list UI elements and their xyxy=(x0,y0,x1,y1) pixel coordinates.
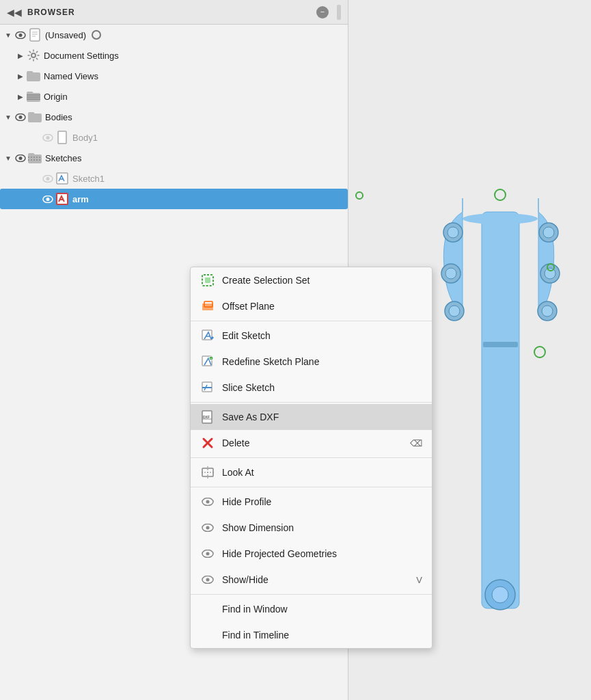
collapse-icon[interactable]: ◀◀ xyxy=(7,7,22,18)
menu-item-show-dimension[interactable]: Show Dimension xyxy=(191,515,432,541)
svg-point-32 xyxy=(46,136,50,139)
svg-point-16 xyxy=(492,587,508,603)
menu-item-create-selection-set[interactable]: Create Selection Set xyxy=(191,267,432,293)
tree-item-sketch1[interactable]: ▶ Sketch1 xyxy=(0,168,348,189)
svg-point-25 xyxy=(31,53,36,57)
dxf-icon: DXF xyxy=(200,409,215,425)
expand-icon-arm: ▶ xyxy=(30,193,41,204)
find-timeline-icon xyxy=(200,628,215,643)
svg-point-3 xyxy=(448,227,458,238)
svg-rect-33 xyxy=(58,131,66,144)
tree-label-arm: arm xyxy=(72,194,89,204)
sketch-arm-icon xyxy=(55,191,70,206)
svg-rect-40 xyxy=(57,173,68,184)
visibility-icon-arm[interactable] xyxy=(41,192,55,206)
hide-profile-icon xyxy=(200,494,215,509)
menu-label-redefine-sketch-plane: Redefine Sketch Plane xyxy=(222,356,422,367)
menu-label-hide-projected-geometries: Hide Projected Geometries xyxy=(222,548,422,559)
menu-item-hide-projected-geometries[interactable]: Hide Projected Geometries xyxy=(191,541,432,567)
menu-item-look-at[interactable]: Look At xyxy=(191,459,432,485)
visibility-icon-sketches[interactable] xyxy=(14,151,27,165)
svg-rect-21 xyxy=(30,29,40,41)
expand-icon-sketch1: ▶ xyxy=(30,173,41,184)
menu-label-save-as-dxf: Save As DXF xyxy=(222,412,422,422)
svg-point-1 xyxy=(463,213,538,224)
expand-icon-doc-settings[interactable]: ▶ xyxy=(15,50,26,61)
svg-point-71 xyxy=(206,578,210,582)
slice-sketch-icon xyxy=(200,380,215,395)
gear-icon xyxy=(26,48,41,63)
svg-point-35 xyxy=(19,157,23,160)
tree-item-unsaved[interactable]: ▼ (Unsaved) xyxy=(0,25,348,45)
svg-point-69 xyxy=(206,552,210,556)
menu-item-edit-sketch[interactable]: Edit Sketch xyxy=(191,323,432,349)
menu-item-slice-sketch[interactable]: Slice Sketch xyxy=(191,375,432,401)
document-icon xyxy=(27,27,42,42)
visibility-icon-bodies[interactable] xyxy=(14,110,27,124)
body-icon xyxy=(55,130,70,145)
show-dimension-icon xyxy=(200,520,215,535)
guitar-headstock xyxy=(434,89,564,622)
tree-label-body1: Body1 xyxy=(72,133,98,143)
svg-rect-14 xyxy=(483,342,518,347)
svg-point-9 xyxy=(543,227,554,238)
tree-label-sketches: Sketches xyxy=(45,153,81,163)
svg-point-7 xyxy=(449,306,460,317)
tree-item-arm[interactable]: ▶ arm xyxy=(0,189,348,209)
tree-item-origin[interactable]: ▶ Origin xyxy=(0,86,348,107)
svg-point-65 xyxy=(206,500,210,504)
menu-item-find-in-window[interactable]: Find in Window xyxy=(191,596,432,622)
context-menu: Create Selection Set Offset Plane Edit S… xyxy=(190,267,432,649)
menu-item-delete[interactable]: Delete ⌫ xyxy=(191,430,432,456)
hide-projected-icon xyxy=(200,546,215,561)
edit-sketch-icon xyxy=(200,328,215,343)
menu-item-offset-plane[interactable]: Offset Plane xyxy=(191,293,432,319)
svg-point-39 xyxy=(46,177,50,180)
show-hide-icon xyxy=(200,572,215,587)
offset-plane-icon xyxy=(200,299,215,314)
menu-item-redefine-sketch-plane[interactable]: + Redefine Sketch Plane xyxy=(191,349,432,375)
tree-item-body1[interactable]: ▶ Body1 xyxy=(0,127,348,148)
menu-label-hide-profile: Hide Profile xyxy=(222,496,422,507)
expand-icon-origin[interactable]: ▶ xyxy=(15,91,26,102)
menu-item-find-in-timeline[interactable]: Find in Timeline xyxy=(191,622,432,648)
tree-label-origin: Origin xyxy=(44,92,68,102)
svg-point-18 xyxy=(534,347,545,358)
menu-label-find-in-timeline: Find in Timeline xyxy=(222,630,422,641)
expand-icon-body1: ▶ xyxy=(30,132,41,143)
expand-icon-unsaved[interactable]: ▼ xyxy=(3,29,14,40)
redefine-sketch-icon: + xyxy=(200,354,215,369)
visibility-icon-sketch1[interactable] xyxy=(41,172,55,185)
folder-icon-sketches xyxy=(27,150,42,165)
visibility-icon-unsaved[interactable] xyxy=(14,28,27,42)
menu-item-show-hide[interactable]: Show/Hide V xyxy=(191,567,432,593)
svg-point-17 xyxy=(495,189,506,200)
expand-icon-bodies[interactable]: ▼ xyxy=(3,111,14,122)
menu-label-show-hide: Show/Hide xyxy=(222,574,409,585)
minimize-button[interactable]: − xyxy=(316,6,329,18)
tree-label-unsaved: (Unsaved) xyxy=(45,30,86,40)
tree-item-bodies[interactable]: ▼ Bodies xyxy=(0,107,348,127)
svg-point-43 xyxy=(46,198,50,201)
delete-icon xyxy=(200,435,215,450)
divider-3 xyxy=(191,457,432,458)
panel-handle[interactable] xyxy=(337,5,341,20)
sketch-icon xyxy=(55,171,70,186)
menu-label-create-selection-set: Create Selection Set xyxy=(222,275,422,286)
expand-icon-named-views[interactable]: ▶ xyxy=(15,70,26,81)
svg-text:+: + xyxy=(210,356,212,360)
divider-2 xyxy=(191,402,432,403)
menu-item-save-as-dxf[interactable]: DXF Save As DXF xyxy=(191,404,432,430)
find-window-icon xyxy=(200,602,215,617)
tree-item-sketches[interactable]: ▼ Sketches xyxy=(0,148,348,168)
svg-point-67 xyxy=(206,526,210,530)
browser-header: ◀◀ BROWSER − xyxy=(0,0,348,25)
divider-1 xyxy=(191,321,432,321)
visibility-icon-body1[interactable] xyxy=(41,131,55,144)
tree-item-named-views[interactable]: ▶ Named Views xyxy=(0,66,348,86)
tree-item-document-settings[interactable]: ▶ Document Settings xyxy=(0,45,348,66)
radio-button[interactable] xyxy=(92,30,101,40)
expand-icon-sketches[interactable]: ▼ xyxy=(3,152,14,163)
menu-item-hide-profile[interactable]: Hide Profile xyxy=(191,489,432,515)
menu-label-offset-plane: Offset Plane xyxy=(222,301,422,312)
